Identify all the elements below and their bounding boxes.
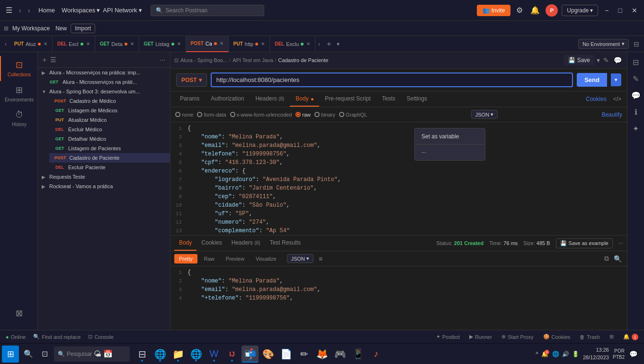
tab-get-lista[interactable]: GET Listag ✕ <box>139 36 186 52</box>
bottom-start-proxy[interactable]: ⊕ Start Proxy <box>500 333 535 341</box>
tab-post-ca[interactable]: POST Ca ✕ <box>186 36 229 52</box>
item-excluir-paciente[interactable]: DEL Excluir Paciente <box>49 163 170 172</box>
tabs-left-arrow[interactable]: ‹ <box>2 40 9 48</box>
taskbar-app-explorer[interactable]: 📁 <box>170 346 187 363</box>
layout-toggle-button[interactable]: ⊟ <box>631 38 642 50</box>
item-excluir-medico[interactable]: DEL Excluir Médico <box>49 125 170 134</box>
save-example-button[interactable]: 💾 Save as example <box>556 238 613 248</box>
tab-del-excl[interactable]: DEL Excl ✕ <box>53 36 95 52</box>
cookies-link[interactable]: Cookies <box>583 92 609 106</box>
add-collection-button[interactable]: + <box>42 55 47 64</box>
resp-tab-test-results[interactable]: Test Results <box>265 236 305 251</box>
tab-del-exclu[interactable]: DEL Exclu ✕ <box>270 36 315 52</box>
sidebar-item-environments[interactable]: ⊞ Environments <box>0 81 37 106</box>
tab-authorization[interactable]: Authorization <box>205 91 250 107</box>
format-selector[interactable]: JSON ▾ <box>471 110 498 119</box>
close-button[interactable]: ✕ <box>629 5 640 16</box>
taskbar-app-chrome[interactable]: 🌐 <box>188 346 205 363</box>
taskbar-app-firefox[interactable]: 🦊 <box>313 346 331 363</box>
right-panel-comment[interactable]: 💬 <box>629 89 643 102</box>
taskbar-app-postman[interactable]: 📬 <box>242 346 259 363</box>
tab-body[interactable]: Body <box>290 91 319 107</box>
collection-alura-micro[interactable]: ▶ Alura - Microsserviços na prática: imp… <box>38 68 170 77</box>
taskbar-app-game[interactable]: 🎮 <box>331 346 349 363</box>
notification-center-button[interactable]: 💬 <box>628 349 638 359</box>
item-listagem-pacientes[interactable]: GET Listagem de Pacientes <box>49 144 170 153</box>
network-icon[interactable]: 🌐 <box>552 351 559 357</box>
taskbar-task-view-button[interactable]: ⊡ <box>37 346 52 362</box>
more-options-button[interactable]: ··· <box>159 55 166 64</box>
tray-icon-notification[interactable]: 🔔 1 <box>541 351 548 357</box>
body-option-raw[interactable]: raw <box>295 112 311 118</box>
collection-alura-spring[interactable]: ▼ Alura - Spring Boot 3: desenvolva um..… <box>38 87 170 96</box>
body-option-none[interactable]: none <box>175 112 193 118</box>
response-format-selector[interactable]: JSON ▾ <box>287 254 313 263</box>
home-link[interactable]: Home <box>38 7 55 14</box>
tabs-dropdown-button[interactable]: ▾ <box>335 39 341 49</box>
context-more[interactable]: ··· <box>415 146 485 158</box>
search-response-button[interactable]: 🔍 <box>612 253 623 264</box>
tab-params[interactable]: Params <box>174 91 205 107</box>
back-button[interactable]: ‹ <box>17 5 23 16</box>
bottom-online[interactable]: ● Online <box>4 333 27 341</box>
taskbar-app-taskbar[interactable]: ⊟ <box>134 346 151 363</box>
right-panel-ai[interactable]: ✦ <box>631 122 641 135</box>
time-display[interactable]: 13:26 28/12/2023 <box>583 346 609 361</box>
beautify-button[interactable]: Beautify <box>602 111 622 118</box>
breadcrumb-folder[interactable]: API Test em Java <box>233 57 273 63</box>
item-listagem-medicos[interactable]: GET Listagem de Médicos <box>49 106 170 115</box>
taskbar-search-button[interactable]: 🔍 <box>21 346 36 362</box>
wrap-response-button[interactable]: ≡ <box>317 254 324 264</box>
comment-button[interactable]: 💬 <box>612 55 623 65</box>
taskbar-search-bar[interactable]: 🔍 Pesquisar 🌤 📅 <box>54 346 130 362</box>
hamburger-button[interactable]: ☰ <box>4 4 14 17</box>
taskbar-app-edge[interactable]: 🌐 <box>152 346 169 363</box>
import-button[interactable]: Import <box>71 24 95 33</box>
taskbar-app-color[interactable]: 🎨 <box>259 346 277 363</box>
collection-requests-teste[interactable]: ▶ Requests Teste <box>38 172 170 182</box>
body-option-graphql[interactable]: GraphQL <box>339 112 367 118</box>
item-cadastro-paciente[interactable]: POST Cadastro de Paciente <box>49 153 170 163</box>
tab-get-deta[interactable]: GET Deta ✕ <box>95 36 139 52</box>
api-network-button[interactable]: API Network ▾ <box>103 7 142 14</box>
item-atualizar-medico[interactable]: PUT Atualizar Médico <box>49 115 170 125</box>
fmt-tab-visualize[interactable]: Visualize <box>251 254 281 264</box>
fmt-tab-pretty[interactable]: Pretty <box>174 254 197 264</box>
url-input[interactable] <box>211 73 573 87</box>
save-dropdown-button[interactable]: ▾ <box>597 55 600 65</box>
filter-button[interactable]: ☰ <box>49 55 57 64</box>
maximize-button[interactable]: □ <box>616 5 625 16</box>
sidebar-item-history[interactable]: ⏱ History <box>0 106 37 131</box>
bottom-grid[interactable]: ⊞ <box>608 333 616 341</box>
tab-put-atuz[interactable]: PUT Atuz ✕ <box>9 36 53 52</box>
tab-pre-request[interactable]: Pre-request Script <box>319 91 376 107</box>
collection-rockseat[interactable]: ▶ Rockseat - Vamos a prática <box>38 182 170 191</box>
sidebar-item-mock[interactable]: ⊠ <box>13 304 25 322</box>
response-more-button[interactable]: ··· <box>618 240 623 246</box>
taskbar-app-jetbrains[interactable]: IJ <box>224 346 241 363</box>
method-selector[interactable]: POST ▾ <box>176 73 207 87</box>
resp-tab-body[interactable]: Body <box>174 236 197 251</box>
right-panel-edit[interactable]: ✎ <box>631 73 641 85</box>
tabs-right-arrow[interactable]: › <box>315 40 323 48</box>
fmt-tab-raw[interactable]: Raw <box>199 254 219 264</box>
bottom-runner[interactable]: ▶ Runner <box>467 333 494 341</box>
body-option-urlencoded[interactable]: x-www-form-urlencoded <box>230 112 292 118</box>
taskbar-app-word[interactable]: W <box>206 346 223 363</box>
start-button[interactable]: ⊞ <box>2 346 19 363</box>
bottom-find-replace[interactable]: 🔍 Find and replace <box>31 333 82 341</box>
bottom-notification[interactable]: 🔔 1 <box>621 333 640 341</box>
resp-tab-headers[interactable]: Headers (6) <box>227 236 265 251</box>
new-tab-button[interactable]: + <box>323 38 335 50</box>
context-set-variable[interactable]: Set as variable <box>415 130 485 143</box>
right-panel-toggle[interactable]: ⊟ <box>631 56 641 69</box>
edit-button[interactable]: ✎ <box>602 55 610 65</box>
send-button[interactable]: Send <box>577 73 607 87</box>
tab-headers[interactable]: Headers (8) <box>250 91 290 107</box>
item-detalhar-medico[interactable]: GET Detalhar Médico <box>49 134 170 144</box>
bottom-trash[interactable]: 🗑 Trash <box>578 333 602 341</box>
environment-selector[interactable]: No Environment ▾ <box>578 39 629 49</box>
battery-icon[interactable]: 🔋 <box>572 351 579 357</box>
tab-settings[interactable]: Settings <box>401 91 433 107</box>
bottom-console[interactable]: ⊡ Console <box>86 333 115 341</box>
